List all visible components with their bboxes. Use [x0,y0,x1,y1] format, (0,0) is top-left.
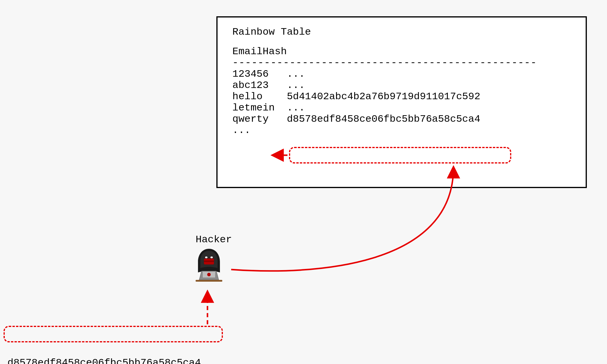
diagram-stage: Rainbow Table EmailHash ----------------… [0,0,607,364]
row-password: abc123 [232,80,287,91]
stolen-hash-line: d8578edf8458ce06fbc5bb76a58c5ca4 [7,356,201,364]
row-password: qwerty [232,113,287,125]
row-hash: d8578edf8458ce06fbc5bb76a58c5ca4 [287,113,480,125]
table-row: hello5d41402abc4b2a76b9719d911017c592 [232,91,574,102]
row-hash: 5d41402abc4b2a76b9719d911017c592 [287,91,480,102]
row-password: letmein [232,102,287,113]
row-hash: ... [287,68,305,80]
hacker-icon [193,247,225,283]
table-row: qwertyd8578edf8458ce06fbc5bb76a58c5ca4 [232,113,574,125]
header-col1: Email [232,46,263,57]
table-row: 123456... [232,68,574,80]
row-password: ... [232,125,287,136]
table-row: ... [232,125,574,136]
header-col2: Hash [263,46,287,57]
svg-point-3 [210,256,213,258]
rainbow-table-headers: EmailHash [232,46,574,57]
rainbow-table-title: Rainbow Table [232,26,574,38]
stolen-hashes: d8578edf8458ce06fbc5bb76a58c5ca4 5d41402… [7,330,201,364]
row-password: 123456 [232,68,287,80]
rainbow-table-divider: ----------------------------------------… [232,57,574,68]
row-hash: ... [287,102,305,113]
rainbow-table-rows: 123456... abc123... hello5d41402abc4b2a7… [232,68,574,136]
svg-point-2 [205,256,207,258]
rainbow-table-box: Rainbow Table EmailHash ----------------… [216,16,587,188]
svg-point-5 [207,273,211,276]
hacker-label: Hacker [196,234,232,245]
svg-rect-1 [204,261,214,262]
table-row: abc123... [232,80,574,91]
table-row: letmein... [232,102,574,113]
row-password: hello [232,91,287,102]
svg-rect-6 [196,280,222,282]
row-hash: ... [287,80,305,91]
